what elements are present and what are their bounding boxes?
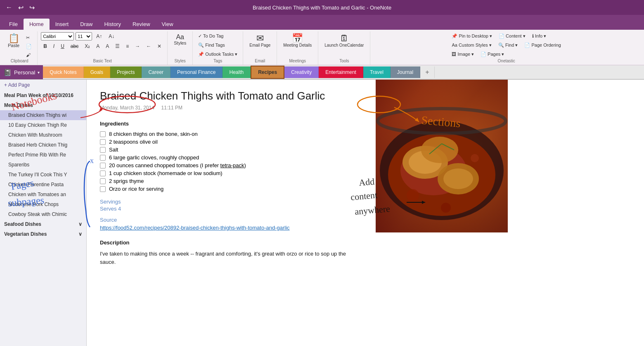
indent-button[interactable]: → [133, 42, 142, 50]
meeting-icon: 📅 [292, 34, 303, 43]
section-bar: 📓 Personal ▾ Quick Notes Goals Projects … [0, 65, 644, 80]
outdent-button[interactable]: ← [144, 42, 154, 50]
list-number-button[interactable]: ≡ [123, 42, 131, 50]
ribbon-group-tags: ✓ To Do Tag 🔍 Find Tags 📌 Outlook Tasks … [193, 31, 243, 65]
tab-file[interactable]: File [3, 19, 24, 30]
tab-projects[interactable]: Projects [110, 66, 142, 78]
styles-label: Styles [175, 59, 186, 64]
ingredient-checkbox-3[interactable] [100, 147, 106, 153]
shrink-font-button[interactable]: A↓ [106, 32, 117, 40]
tab-creativity[interactable]: Creativity [284, 66, 319, 78]
ingredient-checkbox-1[interactable] [100, 131, 106, 137]
page-perfect-prime-rib[interactable]: Perfect Prime Rib With Re [0, 150, 86, 160]
tab-draw[interactable]: Draw [74, 19, 98, 30]
custom-styles-button[interactable]: Aa Custom Styles ▾ [450, 41, 493, 49]
ingredient-checkbox-7[interactable] [100, 178, 106, 184]
email-content: ✉ Email Page [246, 32, 273, 59]
ingredient-checkbox-4[interactable] [100, 155, 106, 161]
pages-button[interactable]: 📄 Pages ▾ [478, 50, 506, 58]
list-bullet-button[interactable]: ☰ [113, 42, 122, 50]
page-ordering-button[interactable]: 📄 Page Ordering [522, 41, 563, 49]
onecalendar-icon: 🗓 [340, 34, 349, 43]
tab-journal[interactable]: Journal [391, 66, 420, 78]
tetra-pack-link[interactable]: tetra-pack [220, 162, 244, 168]
tab-entertainment[interactable]: Entertainment [319, 66, 363, 78]
copy-button[interactable]: 📄 [24, 43, 34, 50]
outlook-tasks-button[interactable]: 📌 Outlook Tasks ▾ [196, 50, 239, 58]
find-button[interactable]: 🔍 Find ▾ [496, 41, 520, 49]
group-seafood[interactable]: Seafood Dishes ∨ [0, 219, 86, 229]
italic-button[interactable]: I [51, 42, 57, 50]
bold-button[interactable]: B [41, 42, 50, 50]
notebook-name[interactable]: Personal [14, 69, 35, 76]
launch-onecalendar-button[interactable]: 🗓 Launch OneCalendar [322, 32, 367, 49]
tab-health[interactable]: Health [223, 66, 251, 78]
tab-travel[interactable]: Travel [363, 66, 391, 78]
ingredient-checkbox-8[interactable] [100, 186, 106, 192]
strikethrough-button[interactable]: abc [68, 42, 81, 50]
back-button[interactable]: ← [4, 4, 14, 11]
page-cowboy-steak[interactable]: Cowboy Steak with Chimic [0, 209, 86, 219]
svg-point-6 [443, 168, 473, 189]
underline-button[interactable]: U [58, 42, 67, 50]
clipboard-label: Clipboard [11, 59, 28, 64]
content-button[interactable]: 📄 Content ▾ [497, 32, 528, 40]
tags-label: Tags [213, 59, 222, 64]
paste-button[interactable]: 📋 Paste [5, 32, 22, 50]
tab-recipes[interactable]: Recipes [251, 66, 284, 79]
tab-view[interactable]: View [156, 19, 179, 30]
styles-button[interactable]: Aa Styles [171, 32, 189, 47]
page-easy-chicken-thigh[interactable]: 10 Easy Chicken Thigh Re [0, 120, 86, 130]
format-painter-button[interactable]: 🖌 [24, 51, 34, 59]
tab-add-section[interactable]: + [420, 66, 434, 78]
page-spareribs[interactable]: Spareribs [0, 160, 86, 170]
tab-goals[interactable]: Goals [84, 66, 110, 78]
tab-quick-notes[interactable]: Quick Notes [43, 66, 83, 78]
page-chicken-florentine[interactable]: Chicken Florentine Pasta [0, 180, 86, 190]
add-page-button[interactable]: + Add Page [0, 80, 34, 90]
subscript-button[interactable]: X₂ [82, 42, 92, 50]
tab-history[interactable]: History [99, 19, 127, 30]
todo-tag-button[interactable]: ✓ To Do Tag [196, 32, 225, 40]
info-button[interactable]: ℹ Info ▾ [530, 32, 548, 40]
tab-review[interactable]: Review [127, 19, 156, 30]
cut-button[interactable]: ✂ [24, 34, 34, 42]
tab-personal-finance[interactable]: Personal Finance [170, 66, 223, 78]
ingredient-checkbox-6[interactable] [100, 171, 106, 176]
grow-font-button[interactable]: A↑ [94, 32, 104, 40]
page-chicken-mushroom[interactable]: Chicken With Mushroom [0, 130, 86, 140]
source-url-link[interactable]: https://food52.com/recipes/20892-braised… [100, 225, 290, 231]
font-size-select[interactable]: 11 [76, 32, 92, 40]
undo-button[interactable]: ↩ [17, 4, 25, 12]
font-family-select[interactable]: Calibri [41, 32, 74, 40]
page-modenese-pork[interactable]: Modenese Pork Chops [0, 199, 86, 209]
ingredient-1: 8 chicken thighs on the bone, skin-on [100, 131, 362, 137]
group-vegetarian[interactable]: Vegetarian Dishes ∨ [0, 229, 86, 239]
meeting-details-button[interactable]: 📅 Meeting Details [280, 32, 315, 49]
ingredients-list: 8 chicken thighs on the bone, skin-on 2 … [100, 131, 362, 192]
tab-home[interactable]: Home [24, 19, 50, 30]
find-tags-button[interactable]: 🔍 Find Tags [196, 41, 227, 49]
font-color-button[interactable]: A [94, 42, 102, 50]
page-braised-chicken-thighs[interactable]: Braised Chicken Thighs wi [0, 110, 86, 120]
format-row: B I U abc X₂ A A ☰ ≡ → ← ✕ [41, 42, 164, 50]
redo-button[interactable]: ↪ [28, 4, 36, 12]
notebook-dropdown-icon[interactable]: ▾ [38, 70, 40, 75]
pin-desktop-button[interactable]: 📌 Pin to Desktop ▾ [450, 32, 494, 40]
highlight-button[interactable]: A [103, 42, 111, 50]
email-page-button[interactable]: ✉ Email Page [246, 32, 273, 49]
group-meat-dishes[interactable]: Meat Dishes [0, 100, 86, 110]
clear-format-button[interactable]: ✕ [155, 42, 164, 50]
tab-career[interactable]: Career [142, 66, 170, 78]
page-turkey[interactable]: The Turkey I'll Cook This Y [0, 170, 86, 180]
page-chicken-tomatoes[interactable]: Chicken with Tomatoes an [0, 190, 86, 199]
group-meal-plan[interactable]: Meal Plan Week of 10/10/2016 [0, 90, 86, 100]
page-braised-herb-chicken[interactable]: Braised Herb Chicken Thig [0, 140, 86, 150]
ingredient-checkbox-5[interactable] [100, 163, 106, 168]
ribbon-group-tools: 🗓 Launch OneCalendar Tools [318, 31, 370, 65]
ingredient-checkbox-2[interactable] [100, 139, 106, 145]
tags-content: ✓ To Do Tag 🔍 Find Tags 📌 Outlook Tasks … [196, 32, 239, 59]
tab-insert[interactable]: Insert [50, 19, 75, 30]
content-area: Braised Chicken Thighs with Tomato and G… [87, 80, 644, 346]
image-button[interactable]: 🖼 Image ▾ [450, 50, 476, 58]
